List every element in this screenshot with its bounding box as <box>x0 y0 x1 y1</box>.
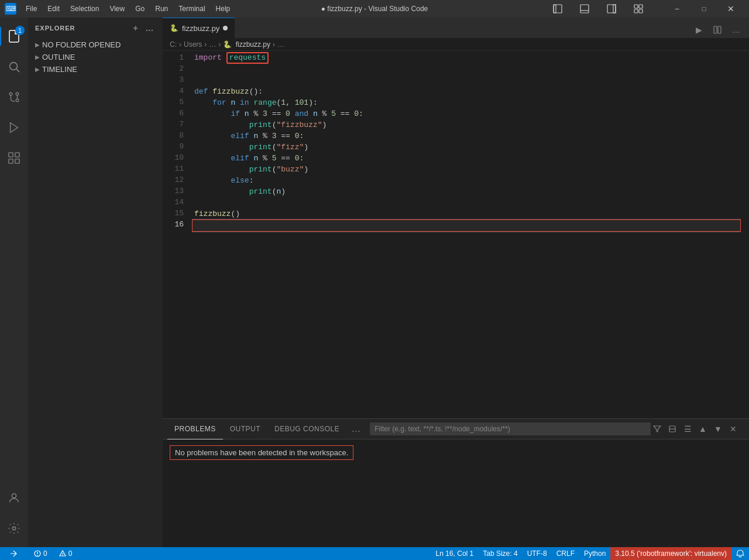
breadcrumb-file[interactable]: 🐍 fizzbuzz.py <box>223 40 270 49</box>
sidebar-item-timeline[interactable]: ▶ TIMELINE <box>28 63 163 75</box>
breadcrumb-ellipsis[interactable]: … <box>209 40 216 49</box>
menu-run[interactable]: Run <box>150 4 173 14</box>
svg-rect-4 <box>580 5 589 13</box>
code-line-16[interactable] <box>192 219 741 232</box>
svg-line-13 <box>16 69 19 72</box>
code-line-9: print("fizz") <box>192 142 741 153</box>
code-line-6: if n % 3 == 0 and n % 5 == 0: <box>192 108 741 119</box>
code-line-10: elif n % 5 == 0: <box>192 153 741 164</box>
menu-go[interactable]: Go <box>130 4 149 14</box>
svg-rect-19 <box>15 153 19 157</box>
toggle-panel-btn[interactable] <box>571 0 598 18</box>
menu-view[interactable]: View <box>105 4 129 14</box>
filter-icon[interactable] <box>651 422 664 435</box>
panel-tab-more[interactable]: … <box>346 419 365 439</box>
status-errors-warnings: 0 0 <box>29 547 77 560</box>
close-btn[interactable]: ✕ <box>717 0 744 18</box>
main-layout: 1 Explorer + … <box>0 18 749 547</box>
panel-filter-input[interactable] <box>370 422 651 435</box>
toggle-primary-sidebar-btn[interactable] <box>544 0 571 18</box>
run-button[interactable]: ▶ <box>690 22 707 38</box>
code-content[interactable]: import requests def fizzbuzz(): for n in… <box>192 51 741 418</box>
panel-scroll-down[interactable]: ▼ <box>712 422 724 435</box>
panel-tab-output[interactable]: OUTPUT <box>223 419 267 439</box>
activity-source-control[interactable] <box>0 83 28 111</box>
editor-area: 🐍 fizzbuzz.py ▶ … C: › Users › … › 🐍 fiz <box>163 18 749 547</box>
status-language[interactable]: Python <box>579 547 610 560</box>
toggle-secondary-sidebar-btn[interactable] <box>598 0 625 18</box>
panel-sort-icon[interactable]: ☰ <box>681 422 694 435</box>
code-line-15: fizzbuzz() <box>192 208 741 219</box>
svg-point-12 <box>10 63 18 70</box>
status-eol[interactable]: CRLF <box>552 547 579 560</box>
panel-actions: ☰ ▲ ▼ ✕ <box>651 422 744 435</box>
status-ln-col[interactable]: Ln 16, Col 1 <box>431 547 479 560</box>
panel-filter-area <box>370 422 651 435</box>
svg-rect-20 <box>9 159 13 163</box>
expand-arrow: ▶ <box>35 66 40 73</box>
code-line-13: print(n) <box>192 186 741 197</box>
breadcrumb-symbol[interactable]: … <box>277 40 284 49</box>
menu-terminal[interactable]: Terminal <box>174 4 209 14</box>
sidebar-item-no-folder[interactable]: ▶ NO FOLDER OPENED <box>28 39 163 51</box>
panel-tab-problems[interactable]: PROBLEMS <box>167 419 223 439</box>
maximize-btn[interactable]: □ <box>690 0 717 18</box>
python-file-icon: 🐍 <box>170 24 178 32</box>
svg-point-30 <box>37 555 38 556</box>
breadcrumb-users[interactable]: Users <box>184 40 202 49</box>
minimize-btn[interactable]: – <box>664 0 690 18</box>
menu-bar: File Edit Selection View Go Run Terminal… <box>21 4 235 14</box>
status-warnings-btn[interactable]: 0 <box>54 547 77 560</box>
status-python-env[interactable]: 3.10.5 ('robotframework': virtualenv) <box>610 547 731 560</box>
code-line-8: elif n % 3 == 0: <box>192 130 741 142</box>
status-notifications[interactable] <box>731 547 749 560</box>
menu-file[interactable]: File <box>21 4 42 14</box>
svg-rect-11 <box>639 9 643 13</box>
code-line-2 <box>192 64 741 75</box>
customize-layout-btn[interactable] <box>625 0 652 18</box>
code-line-12: else: <box>192 175 741 186</box>
tab-modified-dot <box>223 26 228 30</box>
menu-selection[interactable]: Selection <box>66 4 104 14</box>
warnings-count: 0 <box>68 549 73 558</box>
tab-fizzbuzz[interactable]: 🐍 fizzbuzz.py <box>163 18 235 38</box>
tab-filename: fizzbuzz.py <box>182 24 219 33</box>
collapse-all-icon[interactable] <box>666 422 679 435</box>
activity-extensions[interactable] <box>0 144 28 172</box>
svg-point-15 <box>16 99 19 102</box>
panel-tab-debug-console[interactable]: DEBUG CONSOLE <box>267 419 346 439</box>
window-controls: – □ ✕ <box>544 0 744 18</box>
menu-edit[interactable]: Edit <box>43 4 64 14</box>
activity-bar: 1 <box>0 18 28 547</box>
activity-run-debug[interactable] <box>0 114 28 142</box>
code-editor[interactable]: 1 2 3 4 5 6 7 8 9 10 11 12 13 14 15 16 i… <box>163 51 749 418</box>
split-editor-btn[interactable] <box>709 22 726 38</box>
sidebar-header: Explorer + … <box>28 18 163 39</box>
panel-close-icon[interactable]: ✕ <box>727 422 740 435</box>
scrollbar-vertical[interactable] <box>741 51 749 418</box>
svg-rect-21 <box>15 159 19 163</box>
svg-rect-9 <box>639 5 643 8</box>
activity-settings[interactable] <box>0 514 28 542</box>
activity-search[interactable] <box>0 53 28 81</box>
panel-scroll-up[interactable]: ▲ <box>696 422 709 435</box>
menu-help[interactable]: Help <box>211 4 235 14</box>
code-line-5: for n in range(1, 101): <box>192 97 741 108</box>
expand-arrow: ▶ <box>35 54 40 60</box>
new-file-icon[interactable]: + <box>130 22 142 34</box>
svg-rect-8 <box>634 5 638 8</box>
status-tab-size[interactable]: Tab Size: 4 <box>478 547 522 560</box>
panel: PROBLEMS OUTPUT DEBUG CONSOLE … ☰ ▲ ▼ <box>163 418 749 547</box>
sidebar-item-outline[interactable]: ▶ OUTLINE <box>28 51 163 63</box>
more-tab-actions-btn[interactable]: … <box>728 22 744 38</box>
svg-rect-18 <box>9 153 13 157</box>
activity-accounts[interactable] <box>0 484 28 512</box>
breadcrumb-drive[interactable]: C: <box>170 40 177 49</box>
status-errors-btn[interactable]: 0 <box>29 547 52 560</box>
status-encoding[interactable]: UTF-8 <box>523 547 552 560</box>
more-actions-icon[interactable]: … <box>144 22 156 34</box>
status-remote-btn[interactable] <box>5 547 22 560</box>
errors-count: 0 <box>43 549 47 558</box>
activity-explorer[interactable]: 1 <box>0 22 28 50</box>
svg-rect-10 <box>634 9 638 13</box>
